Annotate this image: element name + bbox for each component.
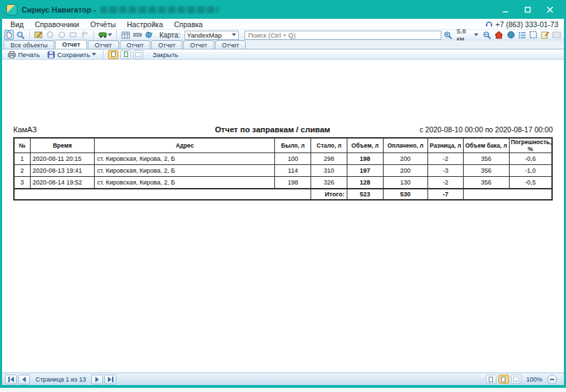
rectangle-tool-button[interactable]	[68, 30, 78, 40]
tab-report-active[interactable]: Отчет	[55, 40, 87, 49]
status-bar: Страница 1 из 13 100%	[2, 373, 564, 385]
selection-frame-button[interactable]	[528, 30, 538, 40]
zoom-out-map-button[interactable]	[482, 30, 492, 40]
arrow-left-icon	[10, 377, 14, 382]
image-button[interactable]	[551, 30, 562, 40]
cell-error-pct: -0,6	[509, 153, 552, 165]
minimize-icon	[502, 6, 509, 13]
menu-help[interactable]: Справка	[168, 20, 208, 29]
last-page-button[interactable]	[104, 375, 116, 384]
search-input[interactable]	[244, 31, 441, 40]
globe-view-button[interactable]	[505, 30, 515, 40]
map-edit-button[interactable]	[33, 30, 44, 40]
tab-report-3[interactable]: Отчет	[120, 40, 151, 49]
zoom-level: 100%	[526, 376, 542, 383]
table-header-row: № Время Адрес Было, л Стало, л Объем, л …	[14, 138, 552, 153]
tab-report-2[interactable]: Отчет	[88, 40, 119, 49]
map-label: Карта:	[159, 31, 180, 39]
home-button[interactable]	[494, 30, 504, 40]
table-view-button[interactable]	[120, 30, 131, 40]
whole-page-view-button[interactable]	[120, 50, 131, 59]
list-icon	[518, 31, 526, 39]
cell-paid: 200	[383, 153, 427, 165]
cell-became: 310	[311, 165, 347, 177]
hand-icon	[5, 31, 13, 39]
fit-width-button[interactable]	[133, 50, 143, 59]
view-layout-button[interactable]	[498, 375, 509, 384]
screen: Сириус Навигатор - Вид Справочники Отчёт…	[0, 0, 566, 392]
table-icon	[121, 31, 130, 39]
first-page-button[interactable]	[5, 375, 17, 384]
tab-all-objects[interactable]: Все объекты	[3, 40, 54, 49]
zoom-tool-button[interactable]	[15, 30, 26, 40]
tab-report-4[interactable]: Отчет	[151, 40, 182, 49]
cell-was: 100	[275, 153, 311, 165]
cell-volume: 198	[347, 153, 383, 165]
col-volume: Объем, л	[347, 138, 383, 153]
view-normal-button[interactable]	[486, 375, 496, 384]
tab-label: Все объекты	[10, 42, 47, 49]
maximize-button[interactable]	[518, 3, 537, 16]
minimize-button[interactable]	[496, 3, 515, 16]
cell-became: 298	[311, 153, 347, 165]
cell-tank-volume: 356	[463, 165, 509, 177]
tab-report-5[interactable]: Отчет	[183, 40, 214, 49]
next-page-button[interactable]	[91, 375, 103, 384]
flag-tool-button[interactable]	[79, 30, 89, 40]
vehicle-menu-button[interactable]	[97, 30, 113, 40]
col-difference: Разница, л	[427, 138, 463, 153]
cell-tank-volume: 356	[463, 153, 509, 165]
fit-width-icon	[135, 52, 141, 57]
page-green-icon	[124, 52, 128, 57]
cell-volume: 197	[347, 165, 383, 177]
single-page-view-button[interactable]	[108, 50, 118, 59]
pan-tool-button[interactable]	[4, 30, 14, 40]
circle-tool-button[interactable]	[57, 30, 67, 40]
toolbar-separator	[116, 31, 117, 39]
tab-label: Отчет	[158, 42, 175, 49]
cell-number: 2	[14, 165, 30, 177]
cell-difference: -2	[427, 177, 463, 189]
support-phone-number: +7 (863) 333-01-73	[496, 20, 558, 29]
page-icon	[111, 52, 116, 57]
polygon-icon	[46, 31, 54, 39]
edit-note-button[interactable]	[540, 30, 550, 40]
circle-icon	[58, 31, 66, 39]
save-button[interactable]: Сохранить	[45, 51, 99, 58]
flag-icon	[81, 31, 89, 39]
prev-page-button[interactable]	[18, 375, 30, 384]
menu-directories[interactable]: Справочники	[29, 20, 85, 29]
zoom-decrease-button[interactable]	[547, 375, 557, 384]
globe-upload-button[interactable]	[144, 30, 154, 40]
tab-label: Отчет	[62, 41, 80, 48]
tab-label: Отчет	[222, 42, 239, 49]
save-label: Сохранить	[57, 51, 90, 58]
map-select[interactable]: YandexMap	[184, 31, 239, 40]
toolbar-separator	[93, 31, 94, 39]
close-report-button[interactable]: Закрыть	[150, 51, 181, 58]
legend-list-button[interactable]	[517, 30, 527, 40]
total-label: Итого:	[311, 189, 347, 200]
multi-page-icon	[513, 377, 519, 382]
menu-view[interactable]: Вид	[5, 20, 29, 29]
cell-time: 2020-08-13 19:41	[30, 165, 95, 177]
cell-number: 1	[14, 153, 30, 165]
title-bar: Сириус Навигатор -	[2, 0, 564, 19]
report-page: КамАЗ Отчет по заправкам / сливам с 2020…	[2, 60, 564, 373]
menu-reports[interactable]: Отчёты	[85, 20, 122, 29]
cell-number: 3	[14, 177, 30, 189]
printer-icon	[8, 51, 16, 58]
polygon-tool-button[interactable]	[45, 30, 55, 40]
zoom-in-button[interactable]	[443, 30, 453, 40]
view-multi-button[interactable]	[511, 375, 521, 384]
route-button[interactable]	[132, 30, 143, 40]
arrow-right-icon	[108, 377, 111, 382]
tab-strip: Все объекты Отчет Отчет Отчет Отчет Отче…	[2, 40, 564, 49]
print-button[interactable]: Печать	[5, 51, 42, 58]
total-empty	[463, 189, 552, 200]
close-icon	[547, 6, 553, 13]
close-button[interactable]	[540, 3, 560, 16]
tab-report-6[interactable]: Отчет	[215, 40, 246, 49]
app-icon	[6, 4, 17, 15]
menu-settings[interactable]: Настройка	[121, 20, 168, 29]
